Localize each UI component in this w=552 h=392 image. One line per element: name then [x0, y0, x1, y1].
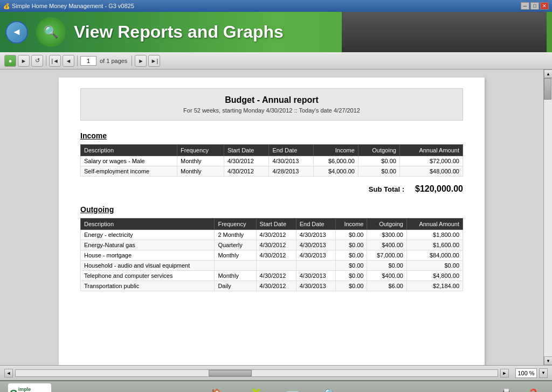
- cell-start: 4/30/2012: [256, 271, 296, 281]
- separator-1: [46, 55, 46, 66]
- table-row: House - mortgage Monthly 4/30/2012 4/30/…: [81, 250, 463, 261]
- cell-end: 4/30/2013: [296, 281, 336, 291]
- table-row: Salary or wages - Male Monthly 4/30/2012…: [81, 156, 463, 166]
- app-icon: 💰: [3, 3, 10, 9]
- hscroll-thumb[interactable]: [209, 370, 252, 376]
- back-button[interactable]: ◄: [5, 21, 28, 44]
- footer-puzzle-button[interactable]: 🧩: [244, 383, 265, 392]
- footer-nav: 🏠 🧩 ⌨️ 🔍: [206, 383, 341, 392]
- cell-annual: $2,184.00: [406, 281, 463, 291]
- report-page: Budget - Annual report For 52 weeks, sta…: [59, 78, 485, 365]
- minimize-button[interactable]: ─: [521, 2, 529, 10]
- table-row: Telephone and computer services Monthly …: [81, 271, 463, 281]
- main-area: Budget - Annual report For 52 weeks, sta…: [0, 69, 552, 365]
- out-col-end-date: End Date: [296, 219, 336, 230]
- cell-freq: 2 Monthly: [215, 230, 256, 240]
- out-col-start-date: Start Date: [256, 219, 296, 230]
- table-row: Energy - electricity 2 Monthly 4/30/2012…: [81, 230, 463, 240]
- subtotal-label: Sub Total :: [369, 185, 404, 193]
- cell-outgoing: $400.00: [367, 271, 407, 281]
- footer-reports-button[interactable]: 🔍: [319, 383, 341, 392]
- cell-desc: Salary or wages - Male: [81, 156, 177, 166]
- hscroll-track[interactable]: [15, 369, 498, 377]
- footer: S imple home money manager 🏠 🧩 ⌨️ 🔍 🖨️ ❓: [0, 380, 552, 392]
- cell-outgoing: $400.00: [367, 240, 407, 250]
- report-header-box: Budget - Annual report For 52 weeks, sta…: [80, 88, 463, 121]
- cell-annual: $84,000.00: [406, 250, 463, 261]
- cell-desc: Energy-Natural gas: [81, 240, 215, 250]
- footer-print-button[interactable]: 🖨️: [495, 383, 517, 392]
- zoom-area: ▼: [515, 368, 548, 378]
- outgoing-table: Description Frequency Start Date End Dat…: [80, 218, 463, 291]
- report-title: Budget - Annual report: [87, 95, 456, 105]
- col-start-date: Start Date: [224, 145, 269, 156]
- report-subtitle: For 52 weeks, starting Monday 4/30/2012 …: [87, 107, 456, 114]
- header-banner: ◄ 🔍 View Reports and Graphs: [0, 12, 552, 52]
- zoom-dropdown[interactable]: ▼: [539, 368, 548, 378]
- cell-income: $0.00: [336, 230, 367, 240]
- cell-desc: Self-employment income: [81, 166, 177, 177]
- cell-desc: Telephone and computer services: [81, 271, 215, 281]
- cell-desc: Household - audio and visual equipment: [81, 261, 215, 271]
- page-number-input[interactable]: [80, 56, 96, 66]
- table-row: Household - audio and visual equipment $…: [81, 261, 463, 271]
- cell-desc: Energy - electricity: [81, 230, 215, 240]
- income-table: Description Frequency Start Date End Dat…: [80, 144, 463, 177]
- scroll-thumb[interactable]: [544, 78, 551, 100]
- cell-start: 4/30/2012: [256, 250, 296, 261]
- cell-freq: Daily: [215, 281, 256, 291]
- cell-income: $0.00: [336, 281, 367, 291]
- hscroll-left-button[interactable]: ◄: [4, 369, 13, 377]
- window-controls: ─ □ ✕: [521, 2, 549, 10]
- col-outgoing: Outgoing: [358, 145, 399, 156]
- cell-outgoing: $7,000.00: [367, 250, 407, 261]
- cell-start: 4/30/2012: [224, 156, 269, 166]
- header-background: [342, 12, 547, 52]
- outgoing-section-title: Outgoing: [80, 205, 463, 214]
- toolbar-forward-btn[interactable]: ►: [18, 55, 30, 67]
- out-col-outgoing: Outgoing: [367, 219, 407, 230]
- cell-freq: Monthly: [177, 166, 224, 177]
- cell-start: [256, 261, 296, 271]
- toolbar: ● ► ↺ |◄ ◄ of 1 pages ► ►|: [0, 52, 552, 69]
- restore-button[interactable]: □: [530, 2, 539, 10]
- cell-desc: House - mortgage: [81, 250, 215, 261]
- cell-outgoing: $0.00: [358, 166, 399, 177]
- toolbar-last-btn[interactable]: ►|: [148, 55, 160, 67]
- separator-3: [132, 55, 132, 66]
- cell-income: $0.00: [336, 250, 367, 261]
- hscroll-right-button[interactable]: ►: [500, 369, 509, 377]
- toolbar-next-btn[interactable]: ►: [135, 55, 147, 67]
- zoom-input[interactable]: [515, 368, 537, 378]
- cell-annual: $0.00: [406, 261, 463, 271]
- footer-help-button[interactable]: ❓: [522, 383, 544, 392]
- close-button[interactable]: ✕: [540, 2, 549, 10]
- cell-end: 4/30/2013: [296, 240, 336, 250]
- footer-home-button[interactable]: 🏠: [206, 383, 227, 392]
- col-income: Income: [314, 145, 358, 156]
- toolbar-prev-btn[interactable]: ◄: [63, 55, 74, 67]
- table-row: Self-employment income Monthly 4/30/2012…: [81, 166, 463, 177]
- cell-income: $0.00: [336, 240, 367, 250]
- scroll-track[interactable]: [544, 78, 552, 356]
- cell-freq: Quarterly: [215, 240, 256, 250]
- toolbar-refresh-btn[interactable]: ↺: [31, 55, 43, 67]
- cell-outgoing: $300.00: [367, 230, 407, 240]
- toolbar-green-btn[interactable]: ●: [4, 55, 16, 67]
- cell-outgoing: $0.00: [367, 261, 407, 271]
- scroll-down-button[interactable]: ▼: [544, 356, 552, 365]
- col-description: Description: [81, 145, 177, 156]
- toolbar-first-btn[interactable]: |◄: [49, 55, 61, 67]
- app-title: Simple Home Money Management - G3 v0825: [12, 3, 134, 9]
- subtotal-value: $120,000.00: [415, 184, 463, 194]
- scroll-up-button[interactable]: ▲: [544, 69, 552, 78]
- cell-start: 4/30/2012: [256, 240, 296, 250]
- cell-freq: Monthly: [215, 271, 256, 281]
- cell-income: $0.00: [336, 261, 367, 271]
- logo-text: imple: [18, 387, 50, 392]
- out-col-annual: Annual Amount: [406, 219, 463, 230]
- cell-income: $4,000.00: [314, 166, 358, 177]
- cell-outgoing: $0.00: [358, 156, 399, 166]
- footer-keyboard-button[interactable]: ⌨️: [281, 383, 303, 392]
- col-annual: Annual Amount: [399, 145, 463, 156]
